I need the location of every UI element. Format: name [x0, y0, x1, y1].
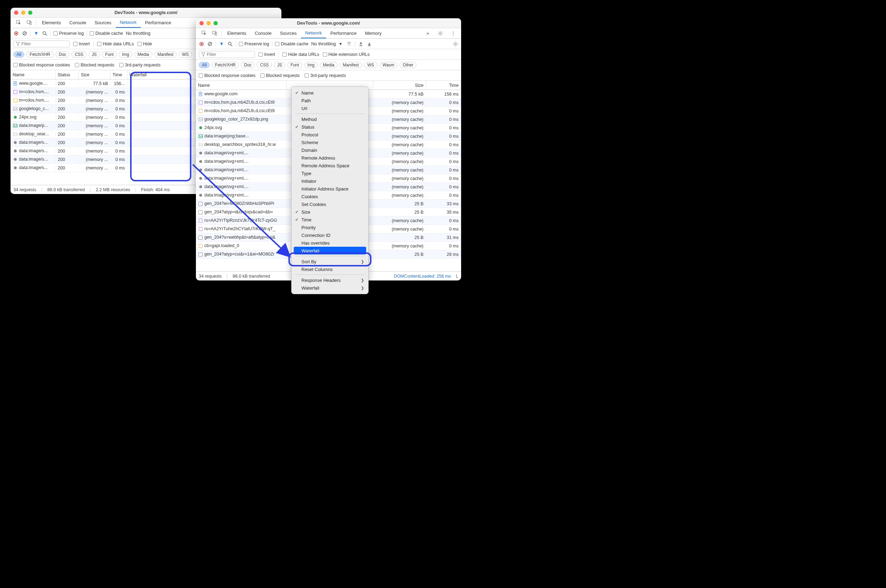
tab-performance[interactable]: Performance	[141, 18, 175, 28]
menu-item-cookies[interactable]: Cookies	[292, 193, 368, 200]
device-icon[interactable]	[26, 20, 32, 26]
close-icon[interactable]	[199, 21, 204, 25]
upload-icon[interactable]	[358, 41, 364, 47]
type-filter-css[interactable]: CSS	[257, 62, 272, 68]
type-filter-img[interactable]: Img	[119, 51, 132, 58]
more-tabs-icon[interactable]: »	[424, 30, 431, 36]
disable-cache-checkbox[interactable]: Disable cache	[275, 42, 308, 46]
menu-item-waterfall[interactable]: Waterfall	[294, 247, 366, 255]
device-icon[interactable]	[211, 30, 218, 36]
col-status[interactable]: Status	[56, 70, 79, 79]
type-filter-font[interactable]: Font	[287, 62, 302, 68]
tab-sources[interactable]: Sources	[90, 18, 116, 28]
type-filter-wasm[interactable]: Wasm	[379, 62, 398, 68]
menu-item-priority[interactable]: Priority	[292, 224, 368, 231]
blocked-cookies-checkbox[interactable]: Blocked response cookies	[199, 73, 255, 78]
col-time[interactable]: Time	[110, 70, 127, 79]
type-filter-manifest[interactable]: Manifest	[340, 62, 362, 68]
col-size[interactable]: Size	[79, 70, 110, 79]
preserve-log-checkbox[interactable]: Preserve log	[53, 31, 84, 36]
clear-icon[interactable]	[207, 41, 213, 47]
type-filter-media[interactable]: Media	[134, 51, 152, 58]
type-filter-manifest[interactable]: Manifest	[154, 51, 177, 58]
blocked-requests-checkbox[interactable]: Blocked requests	[75, 63, 114, 68]
record-icon[interactable]	[14, 31, 19, 36]
menu-item-response-headers[interactable]: Response Headers❯	[292, 276, 368, 284]
gear-icon[interactable]	[453, 41, 458, 47]
tab-network[interactable]: Network	[301, 28, 326, 38]
hide-ext-urls-checkbox[interactable]: Hide extension URLs	[323, 52, 370, 57]
type-filter-fetch-xhr[interactable]: Fetch/XHR	[212, 62, 239, 68]
menu-item-name[interactable]: ✓Name	[292, 89, 368, 97]
menu-item-path[interactable]: Path	[292, 97, 368, 104]
inspect-icon[interactable]	[15, 20, 22, 26]
blocked-requests-checkbox[interactable]: Blocked requests	[260, 73, 300, 78]
menu-item-type[interactable]: Type	[292, 170, 368, 177]
close-icon[interactable]	[14, 10, 18, 15]
minimize-icon[interactable]	[206, 21, 211, 25]
type-filter-doc[interactable]: Doc	[56, 51, 69, 58]
tab-network[interactable]: Network	[116, 18, 141, 28]
kebab-icon[interactable]: ⋮	[450, 30, 456, 36]
hide-data-urls-checkbox[interactable]: Hide data URLs	[97, 42, 134, 46]
filter-icon[interactable]: ▼	[219, 41, 224, 47]
menu-item-size[interactable]: ✓Size	[292, 208, 368, 216]
filter-input[interactable]	[14, 40, 70, 48]
tab-console[interactable]: Console	[65, 18, 90, 28]
type-filter-doc[interactable]: Doc	[241, 62, 255, 68]
col-name[interactable]: Name	[11, 70, 56, 79]
type-filter-fetch-xhr[interactable]: Fetch/XHR	[26, 51, 53, 58]
thirdparty-checkbox[interactable]: 3rd-party requests	[305, 73, 346, 78]
menu-item-initiator[interactable]: Initiator	[292, 177, 368, 185]
menu-item-remote-address-space[interactable]: Remote Address Space	[292, 162, 368, 170]
type-filter-ws[interactable]: WS	[364, 62, 377, 68]
preserve-log-checkbox[interactable]: Preserve log	[239, 42, 269, 46]
clear-icon[interactable]	[22, 31, 27, 36]
hide-data-urls-checkbox[interactable]: Hide data URLs	[283, 52, 319, 57]
col-size[interactable]: Size	[373, 81, 426, 90]
thirdparty-checkbox[interactable]: 3rd-party requests	[119, 63, 160, 68]
type-filter-ws[interactable]: WS	[179, 51, 192, 58]
menu-item-set-cookies[interactable]: Set Cookies	[292, 200, 368, 208]
zoom-icon[interactable]	[28, 10, 32, 15]
download-icon[interactable]	[367, 41, 372, 47]
type-filter-font[interactable]: Font	[102, 51, 117, 58]
throttling-select[interactable]: No throttling	[126, 31, 150, 36]
header-context-menu[interactable]: ✓NamePathUrlMethod✓StatusProtocolSchemeD…	[291, 87, 369, 294]
filter-input[interactable]	[199, 51, 255, 58]
inspect-icon[interactable]	[201, 30, 207, 36]
search-icon[interactable]	[227, 41, 233, 47]
menu-item-connection-id[interactable]: Connection ID	[292, 231, 368, 239]
blocked-cookies-checkbox[interactable]: Blocked response cookies	[14, 63, 70, 68]
type-filter-js[interactable]: JS	[89, 51, 100, 58]
col-time[interactable]: Time	[426, 81, 461, 90]
wifi-icon[interactable]	[346, 41, 352, 47]
type-filter-all[interactable]: All	[199, 62, 210, 68]
throttling-select[interactable]: No throttling	[311, 41, 336, 46]
menu-item-waterfall[interactable]: Waterfall❯	[292, 284, 368, 292]
tab-performance[interactable]: Performance	[326, 28, 361, 38]
type-filter-img[interactable]: Img	[304, 62, 317, 68]
filter-icon[interactable]: ▼	[33, 31, 39, 36]
menu-item-scheme[interactable]: Scheme	[292, 138, 368, 146]
type-filter-all[interactable]: All	[14, 51, 24, 58]
menu-item-status[interactable]: ✓Status	[292, 123, 368, 131]
type-filter-js[interactable]: JS	[274, 62, 285, 68]
type-filter-other[interactable]: Other	[400, 62, 417, 68]
tab-elements[interactable]: Elements	[223, 28, 250, 38]
col-name[interactable]: Name	[196, 81, 287, 90]
menu-item-time[interactable]: ✓Time	[292, 216, 368, 224]
menu-item-protocol[interactable]: Protocol	[292, 131, 368, 138]
menu-item-reset-columns[interactable]: Reset Columns	[292, 266, 368, 273]
menu-item-remote-address[interactable]: Remote Address	[292, 154, 368, 162]
hide-ext-urls-checkbox[interactable]: Hide	[137, 42, 152, 46]
type-filter-media[interactable]: Media	[320, 62, 338, 68]
tab-elements[interactable]: Elements	[38, 18, 65, 28]
menu-item-method[interactable]: Method	[292, 115, 368, 123]
disable-cache-checkbox[interactable]: Disable cache	[90, 31, 123, 36]
menu-item-url[interactable]: Url	[292, 104, 368, 112]
invert-checkbox[interactable]: Invert	[73, 42, 90, 46]
menu-item-has-overrides[interactable]: Has overrides	[292, 239, 368, 247]
chevron-down-icon[interactable]: ▾	[338, 41, 344, 47]
type-filter-css[interactable]: CSS	[71, 51, 87, 58]
